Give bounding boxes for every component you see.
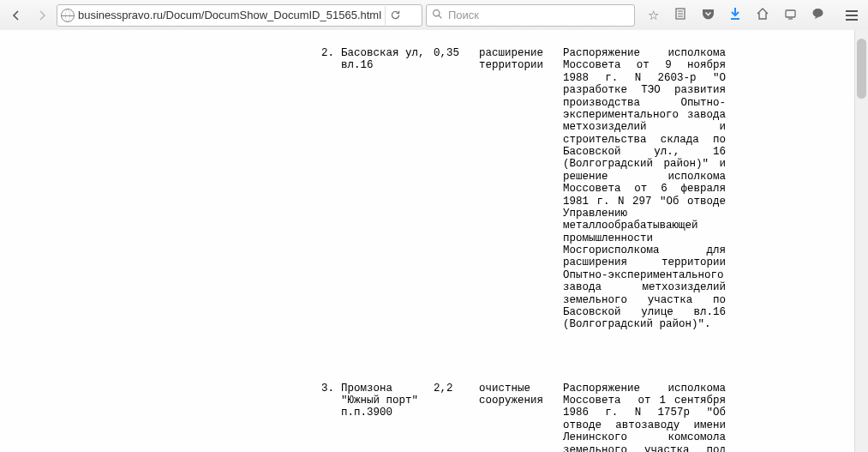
sync-icon[interactable] (782, 8, 798, 23)
table-row: 3. Промзона "Южный порт" п.п.3900 2,2 оч… (308, 383, 733, 452)
cell-address: Промзона "Южный порт" п.п.3900 (341, 383, 434, 452)
browser-toolbar: businesspravo.ru/Docum/DocumShow_DocumID… (0, 0, 868, 31)
url-bar[interactable]: businesspravo.ru/Docum/DocumShow_DocumID… (57, 4, 422, 27)
cell-value: 0,35 (434, 47, 479, 331)
forward-button[interactable] (31, 4, 53, 27)
cell-number: 3. (308, 383, 341, 452)
svg-point-9 (812, 9, 823, 17)
pocket-icon[interactable] (700, 8, 715, 22)
svg-line-1 (439, 15, 441, 18)
reload-button[interactable] (385, 6, 404, 25)
svg-point-0 (434, 9, 440, 15)
cell-number: 2. (308, 47, 341, 331)
row-gap (308, 331, 733, 383)
table-row: 2. Басовская ул, вл.16 0,35 расширение т… (308, 47, 733, 331)
cell-purpose: очистные сооружения (479, 383, 563, 452)
toolbar-icons: ☆ (638, 7, 832, 23)
document-table: 2. Басовская ул, вл.16 0,35 расширение т… (308, 47, 733, 452)
chat-icon[interactable] (810, 8, 825, 22)
scrollbar-track[interactable] (854, 30, 868, 452)
globe-icon (61, 9, 75, 22)
document-body: 2. Басовская ул, вл.16 0,35 расширение т… (0, 30, 868, 452)
search-icon (432, 9, 443, 22)
cell-address: Басовская ул, вл.16 (341, 47, 434, 331)
scrollbar-thumb[interactable] (857, 39, 866, 99)
search-placeholder: Поиск (448, 9, 479, 21)
reader-icon[interactable] (673, 8, 688, 22)
download-icon[interactable] (727, 7, 743, 23)
cell-basis: Распоряжение исполкома Моссовета от 1 се… (563, 383, 733, 452)
home-icon[interactable] (755, 8, 770, 22)
cell-purpose: расширение территории (479, 47, 563, 331)
url-text: businesspravo.ru/Docum/DocumShow_DocumID… (78, 9, 381, 21)
back-button[interactable] (5, 4, 27, 27)
svg-rect-7 (786, 10, 795, 17)
page-content: 2. Басовская ул, вл.16 0,35 расширение т… (0, 30, 868, 452)
cell-basis: Распоряжение исполкома Моссовета от 9 но… (563, 47, 733, 331)
bookmark-icon[interactable]: ☆ (645, 8, 661, 23)
menu-button[interactable] (841, 4, 863, 27)
cell-value: 2,2 (434, 383, 479, 452)
search-bar[interactable]: Поиск (426, 4, 635, 27)
